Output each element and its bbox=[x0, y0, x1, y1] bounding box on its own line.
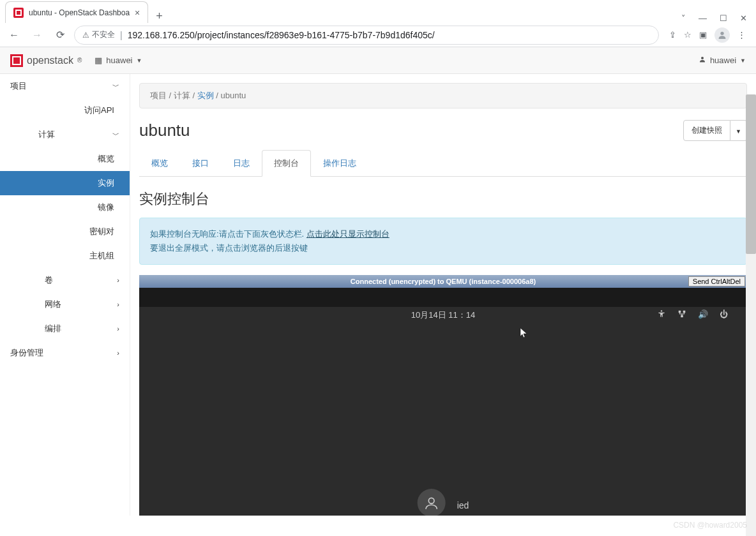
reload-button[interactable]: ⟳ bbox=[51, 26, 69, 44]
forward-button[interactable]: → bbox=[28, 26, 46, 44]
accessibility-icon[interactable] bbox=[657, 309, 666, 320]
vm-username[interactable]: ied bbox=[457, 500, 469, 510]
power-icon[interactable]: ⏻ bbox=[720, 309, 728, 320]
breadcrumb: 项目 / 计算 / 实例 / ubuntu bbox=[139, 83, 747, 108]
scrollbar-thumb[interactable] bbox=[746, 94, 756, 254]
maximize-icon[interactable]: ☐ bbox=[720, 13, 727, 23]
browser-tab[interactable]: ubuntu - OpenStack Dashboa × bbox=[5, 1, 148, 23]
openstack-logo-icon bbox=[10, 54, 23, 67]
sidebar-item-keypairs[interactable]: 密钥对 bbox=[0, 220, 130, 244]
content-area: 项目 / 计算 / 实例 / ubuntu ubuntu 创建快照 ▼ 概览 接… bbox=[130, 74, 756, 516]
action-dropdown-button[interactable]: ▼ bbox=[730, 120, 747, 141]
sound-icon[interactable]: 🔊 bbox=[698, 309, 708, 320]
bookmark-icon[interactable]: ☆ bbox=[684, 30, 692, 40]
sidebar-section-compute[interactable]: 计算 ﹀ bbox=[0, 123, 130, 147]
page-scrollbar[interactable] bbox=[746, 94, 756, 536]
svg-point-2 bbox=[661, 310, 662, 311]
favicon-icon bbox=[13, 8, 24, 18]
send-ctrlaltdel-button[interactable]: Send CtrlAltDel bbox=[688, 276, 745, 287]
chevron-right-icon: › bbox=[117, 301, 119, 308]
console-status-bar[interactable]: Connected (unencrypted) to QEMU (instanc… bbox=[139, 275, 747, 288]
page-title: ubuntu bbox=[139, 121, 190, 140]
close-window-icon[interactable]: ✕ bbox=[740, 13, 747, 23]
tab-title: ubuntu - OpenStack Dashboa bbox=[29, 8, 130, 17]
close-tab-icon[interactable]: × bbox=[135, 8, 140, 18]
console-heading: 实例控制台 bbox=[130, 177, 756, 218]
extensions-icon[interactable]: ▣ bbox=[699, 30, 707, 40]
sidebar-item-overview[interactable]: 概览 bbox=[0, 147, 130, 171]
domain-icon: ▦ bbox=[94, 56, 102, 65]
new-tab-button[interactable]: + bbox=[148, 10, 170, 23]
chevron-right-icon: › bbox=[117, 276, 119, 284]
tab-log[interactable]: 日志 bbox=[221, 150, 262, 177]
sidebar-section-orchestration[interactable]: 编排 › bbox=[0, 316, 130, 341]
breadcrumb-link-instances[interactable]: 实例 bbox=[197, 91, 214, 100]
tab-overview[interactable]: 概览 bbox=[139, 150, 180, 177]
openstack-topbar: openstack® ▦ huawei ▼ huawei ▼ bbox=[0, 47, 756, 74]
network-icon[interactable] bbox=[677, 309, 686, 320]
project-selector[interactable]: ▦ huawei ▼ bbox=[94, 56, 142, 65]
cursor-icon bbox=[520, 327, 529, 341]
chevron-down-icon: ﹀ bbox=[112, 82, 119, 91]
minimize-icon[interactable]: — bbox=[699, 13, 707, 23]
sidebar-item-api[interactable]: 访问API bbox=[0, 98, 130, 123]
console-container: Connected (unencrypted) to QEMU (instanc… bbox=[139, 275, 747, 516]
svg-point-1 bbox=[701, 57, 704, 59]
sidebar: 项目 ﹀ 访问API 计算 ﹀ 概览 实例 镜像 密钥对 主机组 卷 › 网络 … bbox=[0, 74, 130, 516]
svg-rect-3 bbox=[679, 311, 681, 313]
sidebar-section-volumes[interactable]: 卷 › bbox=[0, 268, 130, 292]
sidebar-item-hostgroups[interactable]: 主机组 bbox=[0, 244, 130, 268]
user-menu[interactable]: huawei ▼ bbox=[699, 56, 746, 65]
svg-point-0 bbox=[720, 31, 723, 34]
vm-top-panel: 10月14日 11：14 🔊 ⏻ bbox=[139, 307, 747, 324]
chevron-right-icon: › bbox=[117, 325, 119, 332]
window-controls: ˅ — ☐ ✕ bbox=[681, 13, 756, 23]
sidebar-section-identity[interactable]: 身份管理 › bbox=[0, 341, 130, 365]
caret-down-icon: ▼ bbox=[137, 57, 142, 64]
user-icon bbox=[699, 56, 706, 65]
vm-login-panel: ied 未列出? bbox=[418, 489, 469, 516]
user-avatar-icon[interactable] bbox=[418, 489, 446, 516]
browser-tab-strip: ubuntu - OpenStack Dashboa × + ˅ — ☐ ✕ bbox=[0, 0, 756, 23]
sidebar-item-images[interactable]: 镜像 bbox=[0, 195, 130, 220]
svg-rect-4 bbox=[683, 311, 686, 313]
back-button[interactable]: ← bbox=[5, 26, 23, 44]
show-only-console-link[interactable]: 点击此处只显示控制台 bbox=[306, 229, 389, 239]
instance-tabs: 概览 接口 日志 控制台 操作日志 bbox=[139, 150, 747, 177]
profile-avatar-icon[interactable] bbox=[714, 27, 730, 43]
share-icon[interactable]: ⇪ bbox=[669, 30, 676, 40]
chevron-down-icon[interactable]: ˅ bbox=[681, 13, 686, 23]
chevron-right-icon: › bbox=[117, 349, 119, 357]
caret-down-icon: ▼ bbox=[740, 57, 746, 64]
tab-action-log[interactable]: 操作日志 bbox=[311, 150, 368, 177]
tab-console[interactable]: 控制台 bbox=[262, 150, 311, 177]
chevron-down-icon: ﹀ bbox=[112, 130, 119, 140]
url-bar[interactable]: ⚠ 不安全 | 192.168.176.250/project/instance… bbox=[74, 26, 659, 45]
svg-point-6 bbox=[428, 498, 434, 504]
vm-clock: 10月14日 11：14 bbox=[411, 309, 475, 321]
vm-menu-bar bbox=[139, 288, 747, 307]
console-info: 如果控制台无响应:请点击下面灰色状态栏. 点击此处只显示控制台 要退出全屏模式，… bbox=[139, 218, 747, 265]
url-text: 192.168.176.250/project/instances/f28963… bbox=[128, 30, 435, 40]
insecure-icon: ⚠ 不安全 bbox=[82, 29, 115, 40]
watermark: CSDN @howard2005 bbox=[673, 521, 747, 530]
browser-nav-bar: ← → ⟳ ⚠ 不安全 | 192.168.176.250/project/in… bbox=[0, 23, 756, 47]
sidebar-section-project[interactable]: 项目 ﹀ bbox=[0, 74, 130, 98]
sidebar-section-network[interactable]: 网络 › bbox=[0, 292, 130, 316]
caret-down-icon: ▼ bbox=[736, 128, 741, 135]
browser-menu-icon[interactable]: ⋮ bbox=[737, 30, 746, 40]
create-snapshot-button[interactable]: 创建快照 bbox=[683, 120, 730, 141]
openstack-logo[interactable]: openstack® bbox=[10, 54, 82, 67]
tab-interfaces[interactable]: 接口 bbox=[180, 150, 221, 177]
sidebar-item-instances[interactable]: 实例 bbox=[0, 171, 130, 195]
svg-rect-5 bbox=[681, 315, 683, 318]
vnc-console[interactable]: 10月14日 11：14 🔊 ⏻ bbox=[139, 288, 747, 516]
